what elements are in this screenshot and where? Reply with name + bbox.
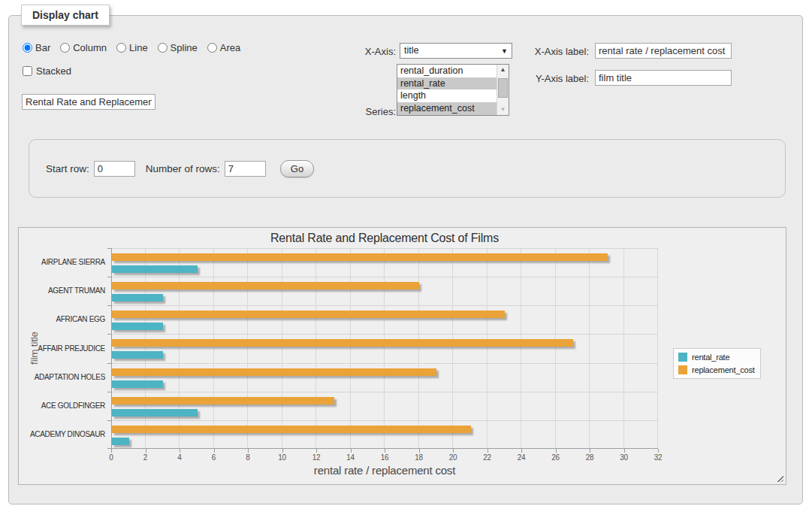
gridline-x — [315, 248, 316, 449]
series-option-length[interactable]: length — [397, 89, 497, 102]
chart-type-radio-area[interactable] — [207, 43, 217, 53]
bar-rental_rate — [112, 351, 163, 359]
gridline-y — [111, 248, 658, 249]
legend-item-rental_rate[interactable]: rental_rate — [678, 353, 755, 362]
x-tick-mark — [180, 449, 180, 453]
chart-type-line[interactable]: Line — [116, 42, 148, 53]
gridline-y — [111, 363, 658, 364]
x-tick-mark — [556, 449, 557, 453]
bar-replacement_cost — [112, 311, 505, 318]
chart-type-radio-column[interactable] — [60, 43, 70, 53]
bar-replacement_cost — [112, 282, 419, 289]
num-rows-input[interactable] — [225, 161, 266, 177]
x-tick-label: 20 — [449, 453, 457, 462]
bar-replacement_cost — [112, 426, 471, 433]
x-tick-mark — [453, 449, 454, 453]
x-tick-label: 8 — [246, 453, 249, 462]
gridline-y — [111, 420, 658, 421]
bar-rental_rate — [112, 294, 163, 301]
category-label: ADAPTATION HOLES — [19, 373, 105, 381]
x-tick-label: 14 — [346, 453, 355, 462]
gridline-x — [521, 248, 521, 449]
chart-type-bar[interactable]: Bar — [23, 42, 50, 53]
x-axis-label-input[interactable] — [595, 43, 732, 59]
chart-type-radio-spline[interactable] — [158, 43, 168, 53]
gridline-y — [111, 305, 658, 306]
stacked-checkbox-row[interactable]: Stacked — [23, 65, 71, 77]
y-axis-label-input[interactable] — [595, 70, 732, 86]
x-tick-mark — [590, 449, 590, 453]
x-axis-select[interactable]: title ▼ — [400, 43, 512, 59]
x-tick-mark — [419, 449, 420, 453]
x-tick-mark — [316, 449, 317, 453]
row-range-box: Start row: Number of rows: Go — [29, 139, 786, 198]
chart-type-radio-bar[interactable] — [23, 43, 32, 53]
legend-item-replacement_cost[interactable]: replacement_cost — [678, 365, 755, 374]
x-tick-label: 22 — [483, 453, 491, 462]
chart-type-label: Spline — [171, 42, 198, 53]
x-axis-selected-value: title — [404, 45, 418, 56]
stacked-checkbox[interactable] — [23, 66, 32, 76]
chart-title-input[interactable] — [22, 94, 155, 110]
gridline-x — [452, 248, 453, 449]
x-tick-mark — [111, 449, 112, 453]
x-tick-label: 30 — [620, 453, 628, 462]
panel-title: Display chart — [21, 5, 110, 26]
gridline-y — [111, 392, 658, 392]
y-tick-mark — [107, 334, 111, 335]
x-tick-label: 18 — [415, 453, 423, 462]
y-tick-mark — [107, 363, 111, 364]
chart-type-area[interactable]: Area — [207, 42, 240, 53]
chart-type-label: Area — [220, 42, 240, 53]
bar-rental_rate — [112, 380, 163, 388]
series-list-label: Series: — [340, 106, 396, 117]
chart-type-label: Column — [73, 42, 107, 53]
num-rows-label: Number of rows: — [146, 163, 220, 174]
series-option-replacement_cost[interactable]: replacement_cost — [397, 102, 497, 115]
x-tick-mark — [282, 449, 283, 453]
gridline-x — [213, 248, 214, 449]
legend-swatch — [678, 353, 687, 362]
y-tick-mark — [107, 420, 111, 421]
chart-type-spline[interactable]: Spline — [158, 42, 198, 53]
start-row-label: Start row: — [46, 163, 89, 174]
gridline-x — [145, 248, 146, 449]
x-tick-label: 6 — [212, 453, 216, 462]
scroll-down-icon[interactable]: ▼ — [497, 105, 509, 115]
category-label: ACE GOLDFINGER — [19, 401, 105, 410]
category-label: AGENT TRUMAN — [19, 286, 105, 295]
x-tick-mark — [214, 449, 215, 453]
bar-rental_rate — [112, 438, 129, 445]
go-button[interactable]: Go — [280, 160, 314, 177]
x-tick-label: 28 — [586, 453, 594, 462]
category-label: AFFAIR PREJUDICE — [19, 344, 105, 353]
chart-type-label: Line — [129, 42, 148, 53]
y-axis-line — [111, 248, 112, 449]
x-axis-label-label: X-Axis label: — [505, 46, 589, 57]
chart-type-radio-line[interactable] — [116, 43, 126, 53]
bar-replacement_cost — [112, 253, 608, 261]
gridline-x — [350, 248, 351, 449]
y-tick-mark — [107, 277, 111, 277]
x-tick-label: 24 — [518, 453, 526, 462]
category-label: ACADEMY DINOSAUR — [19, 430, 105, 438]
series-option-rental_duration[interactable]: rental_duration — [397, 65, 497, 77]
chart-legend: rental_ratereplacement_cost — [673, 348, 761, 379]
start-row-input[interactable] — [94, 161, 135, 177]
x-tick-mark — [385, 449, 385, 453]
bar-replacement_cost — [112, 339, 573, 347]
legend-label: replacement_cost — [692, 365, 755, 374]
chart-type-column[interactable]: Column — [60, 42, 107, 53]
x-tick-mark — [248, 449, 249, 453]
series-listbox[interactable]: rental_durationrental_ratelengthreplacem… — [397, 64, 509, 116]
x-tick-label: 26 — [551, 453, 560, 462]
gridline-x — [282, 248, 282, 449]
y-tick-mark — [107, 392, 111, 392]
gridline-x — [384, 248, 385, 449]
x-tick-mark — [658, 449, 659, 453]
gridline-x — [418, 248, 419, 449]
category-label: AFRICAN EGG — [19, 315, 105, 323]
series-option-rental_rate[interactable]: rental_rate — [397, 77, 497, 90]
resize-grip-icon[interactable] — [777, 475, 783, 482]
bar-rental_rate — [112, 409, 198, 417]
